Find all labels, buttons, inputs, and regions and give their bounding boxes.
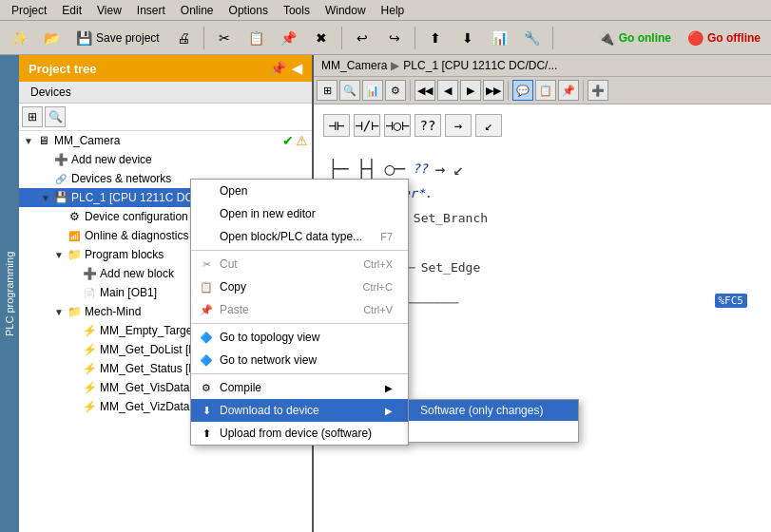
ctx-paste-icon: 📌 <box>199 302 214 317</box>
breadcrumb: MM_Camera ▶ PLC_1 [CPU 1211C DC/DC/... <box>314 55 771 77</box>
mm-getstatus-icon: ⚡ <box>82 361 97 376</box>
rt-btn-8[interactable]: ▶▶ <box>483 80 504 101</box>
ctx-copy-shortcut: Ctrl+C <box>363 281 393 293</box>
device-config-icon: ⚙ <box>67 209 82 224</box>
add-block-icon: ➕ <box>82 266 97 281</box>
new-icon: ✨ <box>10 29 28 47</box>
sidebar-plc-programming[interactable]: PLC programming <box>0 55 19 532</box>
download-button[interactable]: ⬇ <box>453 26 483 50</box>
mm-getdolist-icon: ⚡ <box>82 342 97 357</box>
tree-item-mm-camera[interactable]: ▼ 🖥 MM_Camera ✔ ⚠ <box>19 131 312 150</box>
project-tree-panel: Project tree 📌 ◀ Devices ⊞ 🔍 ▼ 🖥 MM_Came… <box>19 55 314 532</box>
copy-button[interactable]: 📋 <box>241 26 272 50</box>
ctx-cut-icon: ✂ <box>199 256 214 272</box>
ladder-branch-open-btn[interactable]: → <box>445 114 472 137</box>
menu-window[interactable]: Window <box>318 2 374 19</box>
ladder-coil-btn[interactable]: ⊣○⊢ <box>384 114 411 137</box>
menu-edit[interactable]: Edit <box>54 2 89 19</box>
undo-button[interactable]: ↩ <box>347 26 377 50</box>
rt-btn-9[interactable]: 📋 <box>535 80 556 101</box>
ctx-download-to-device[interactable]: ⬇ Download to device ▶ Software (only ch… <box>191 399 408 422</box>
rt-btn-4[interactable]: ⚙ <box>385 80 406 101</box>
ctx-open[interactable]: Open <box>191 180 408 202</box>
ladder-contact-btn[interactable]: ⊣⊢ <box>323 114 350 137</box>
ctx-topology-view[interactable]: 🔷 Go to topology view <box>191 326 408 349</box>
rt-btn-comment[interactable]: 💬 <box>512 80 533 101</box>
paste-icon: 📌 <box>280 29 298 47</box>
toolbar-sep-2 <box>341 27 342 49</box>
ctx-network-view[interactable]: 🔷 Go to network view <box>191 349 408 371</box>
ladder-toolbar: ⊣⊢ ⊣/⊢ ⊣○⊢ ?? → ↙ <box>323 114 761 137</box>
menu-options[interactable]: Options <box>222 2 276 19</box>
redo-button[interactable]: ↪ <box>379 26 410 50</box>
ladder-box-btn[interactable]: ?? <box>414 114 441 137</box>
save-button[interactable]: 💾 Save project <box>68 26 166 50</box>
submenu-software-only-changes[interactable]: Software (only changes) <box>409 400 578 421</box>
ctx-upload-label: Upload from device (software) <box>220 427 372 440</box>
monitor-icon: 📊 <box>492 29 509 47</box>
menu-online[interactable]: Online <box>173 2 222 19</box>
open-button[interactable]: 📂 <box>36 26 67 50</box>
sim-button[interactable]: 🔧 <box>517 26 548 50</box>
upload-button[interactable]: ⬆ <box>420 26 451 50</box>
rt-btn-6[interactable]: ◀ <box>437 80 458 101</box>
download-submenu: Software (only changes) Software (all) <box>408 399 579 443</box>
new-button[interactable]: ✨ <box>4 26 34 50</box>
ctx-topology-label: Go to topology view <box>220 331 319 344</box>
sim-icon: 🔧 <box>524 29 541 47</box>
menu-project[interactable]: Project <box>4 2 54 19</box>
tree-toolbar-grid-btn[interactable]: ⊞ <box>22 106 43 127</box>
ctx-copy[interactable]: 📋 Copy Ctrl+C <box>191 276 408 298</box>
rt-btn-plus[interactable]: ➕ <box>588 80 608 101</box>
ctx-paste-shortcut: Ctrl+V <box>363 304 393 315</box>
device-config-label: Device configuration <box>85 210 188 223</box>
rt-btn-7[interactable]: ▶ <box>460 80 481 101</box>
ctx-paste[interactable]: 📌 Paste Ctrl+V <box>191 298 408 321</box>
print-button[interactable]: 🖨 <box>168 26 199 50</box>
tree-item-add-device[interactable]: ➕ Add new device <box>19 150 312 169</box>
rt-btn-1[interactable]: ⊞ <box>317 80 337 101</box>
rt-btn-10[interactable]: 📌 <box>558 80 579 101</box>
redo-icon: ↪ <box>386 29 403 47</box>
copy-icon: 📋 <box>248 29 265 47</box>
ctx-cut[interactable]: ✂ Cut Ctrl+X <box>191 253 408 276</box>
ladder-branch-close-btn[interactable]: ↙ <box>475 114 502 137</box>
devices-tab[interactable]: Devices <box>19 82 312 104</box>
go-offline-button[interactable]: 🔴 Go offline <box>680 26 767 50</box>
toolbar-sep-3 <box>414 27 415 49</box>
cut-button[interactable]: ✂ <box>209 26 240 50</box>
save-label: Save project <box>96 31 160 45</box>
ctx-open-block-shortcut: F7 <box>380 231 393 242</box>
menu-insert[interactable]: Insert <box>129 2 173 19</box>
paste-button[interactable]: 📌 <box>274 26 304 50</box>
ladder-ncontact-btn[interactable]: ⊣/⊢ <box>354 114 380 137</box>
tree-toolbar-filter-btn[interactable]: 🔍 <box>45 106 66 127</box>
collapse-icon[interactable]: ◀ <box>292 61 302 76</box>
monitor-button[interactable]: 📊 <box>485 26 515 50</box>
rt-btn-5[interactable]: ◀◀ <box>414 80 435 101</box>
ctx-compile[interactable]: ⚙ Compile ▶ <box>191 376 408 399</box>
pin-icon[interactable]: 📌 <box>270 61 286 76</box>
right-sep-3 <box>583 80 584 101</box>
menu-help[interactable]: Help <box>374 2 413 19</box>
go-online-button[interactable]: 🔌 Go online <box>591 26 678 50</box>
undo-icon: ↩ <box>354 29 371 47</box>
right-toolbar: ⊞ 🔍 📊 ⚙ ◀◀ ◀ ▶ ▶▶ 💬 📋 📌 ➕ <box>314 77 771 104</box>
menu-tools[interactable]: Tools <box>276 2 318 19</box>
status-orange-icon: ⚠ <box>296 133 308 148</box>
rt-btn-2[interactable]: 🔍 <box>339 80 360 101</box>
rt-btn-3[interactable]: 📊 <box>362 80 383 101</box>
context-menu: Open Open in new editor Open block/PLC d… <box>190 179 409 446</box>
ctx-open-label: Open <box>220 184 247 198</box>
ctx-upload-from-device[interactable]: ⬆ Upload from device (software) <box>191 422 408 445</box>
ctx-open-new-editor[interactable]: Open in new editor <box>191 202 408 225</box>
ctx-download-arrow: ▶ <box>385 406 393 416</box>
submenu-software-all[interactable]: Software (all) <box>409 421 578 442</box>
ctx-upload-icon: ⬆ <box>199 426 214 441</box>
menu-view[interactable]: View <box>89 2 129 19</box>
ctx-copy-label: Copy <box>220 280 246 294</box>
ctx-cut-label: Cut <box>220 257 238 271</box>
go-online-label: Go online <box>619 31 671 45</box>
ctx-open-block-plc[interactable]: Open block/PLC data type... F7 <box>191 225 408 248</box>
delete-button[interactable]: ✖ <box>306 26 337 50</box>
